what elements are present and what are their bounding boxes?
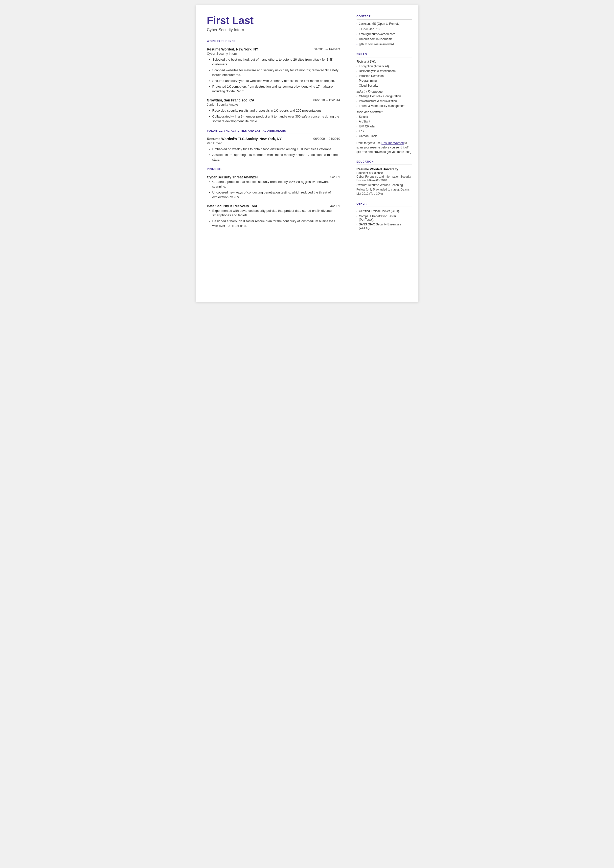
skill-item: IPS (357, 129, 412, 134)
volunteer-role-1: Van Driver (207, 141, 340, 145)
bullet-item: Experimented with advanced security poli… (212, 209, 340, 218)
project-name-1: Cyber Security Threat Analyzer (207, 175, 258, 179)
bullet-item: Protected 1K computers from destruction … (212, 84, 340, 94)
job-block-1: Resume Worded, New York, NY 01/2015 – Pr… (207, 47, 340, 94)
skill-item: Programming (357, 79, 412, 83)
projects-heading: PROJECTS (207, 168, 340, 172)
project-bullets-2: Experimented with advanced security poli… (212, 209, 340, 228)
project-date-2: 04/2009 (329, 204, 340, 208)
skill-item: Threat & Vulnerability Management (357, 104, 412, 109)
project-header-2: Data Security & Recovery Tool 04/2009 (207, 204, 340, 208)
bullet-item: Created a protocol that reduces security… (212, 180, 340, 189)
skill-item: Splunk (357, 115, 412, 119)
projects-section: PROJECTS Cyber Security Threat Analyzer … (207, 168, 340, 228)
project-block-1: Cyber Security Threat Analyzer 05/2009 C… (207, 175, 340, 199)
edu-block: Resume Worded University Bachelor of Sci… (357, 167, 412, 196)
volunteering-heading: VOLUNTEERING ACTIVITIES AND EXTRACURRICU… (207, 129, 340, 134)
project-header-1: Cyber Security Threat Analyzer 05/2009 (207, 175, 340, 179)
education-section: EDUCATION Resume Worded University Bache… (357, 160, 412, 196)
skills-section: SKILLS Technical Skill: Encryption (Adva… (357, 53, 412, 154)
other-heading: OTHER (357, 202, 412, 207)
contact-section: CONTACT Jackson, MS (Open to Remote) +1-… (357, 15, 412, 47)
other-section: OTHER Certified Ethical Hacker (CEH). Co… (357, 202, 412, 230)
contact-item-location: Jackson, MS (Open to Remote) (357, 22, 412, 26)
skill-item: Intrusion Detection (357, 74, 412, 78)
job-company-1: Resume Worded, New York, NY (207, 47, 258, 51)
job-block-2: Growthsi, San Francisco, CA 06/2010 – 12… (207, 98, 340, 124)
candidate-name: First Last (207, 15, 340, 26)
work-experience-section: WORK EXPERIENCE Resume Worded, New York,… (207, 40, 340, 123)
bullet-item: Designed a thorough disaster rescue plan… (212, 219, 340, 228)
bullet-item: Selected the best method, out of many ot… (212, 57, 340, 67)
project-date-1: 05/2009 (329, 175, 340, 179)
edu-location-date: Boston, MA — 05/2010 (357, 179, 412, 182)
bullet-item: Embarked on weekly trips to obtain food … (212, 147, 340, 152)
bullet-item: Assisted in transporting 945 members wit… (212, 153, 340, 162)
project-name-2: Data Security & Recovery Tool (207, 204, 257, 208)
job-company-2: Growthsi, San Francisco, CA (207, 98, 254, 102)
skill-item: Change Control & Configuration (357, 95, 412, 99)
other-item: SANS GIAC Security Essentials (GSEC). (357, 223, 412, 230)
skill-item: Cloud Security (357, 84, 412, 88)
candidate-title: Cyber Security Intern (207, 28, 340, 32)
bullet-item: Scanned websites for malware and securit… (212, 68, 340, 78)
job-header-1: Resume Worded, New York, NY 01/2015 – Pr… (207, 47, 340, 51)
left-column: First Last Cyber Security Intern WORK EX… (196, 5, 349, 302)
skill-item: IBM QRadar (357, 125, 412, 129)
bullet-item: Uncovered new ways of conducting penetra… (212, 190, 340, 200)
education-heading: EDUCATION (357, 160, 412, 165)
industry-skill-label: Industry Knowledge: (357, 90, 412, 93)
contact-item-phone: +1-234-456-789 (357, 27, 412, 31)
job-date-2: 06/2010 – 12/2014 (313, 98, 340, 102)
volunteer-header-1: Resume Worded's TLC Society, New York, N… (207, 137, 340, 141)
job-bullets-1: Selected the best method, out of many ot… (212, 57, 340, 94)
job-role-2: Junior Security Analyst (207, 103, 340, 106)
edu-degree: Bachelor of Science (357, 171, 412, 175)
skill-item: ArcSight (357, 120, 412, 124)
project-bullets-1: Created a protocol that reduces security… (212, 180, 340, 199)
promo-link[interactable]: Resume Worded (381, 141, 404, 145)
job-role-1: Cyber Security Intern (207, 52, 340, 56)
skill-item: Encryption (Advanced) (357, 65, 412, 69)
promo-before: Don't forget to use (357, 141, 381, 145)
job-header-2: Growthsi, San Francisco, CA 06/2010 – 12… (207, 98, 340, 102)
tools-skill-label: Tools and Software: (357, 110, 412, 114)
contact-heading: CONTACT (357, 15, 412, 20)
right-column: CONTACT Jackson, MS (Open to Remote) +1-… (349, 5, 419, 302)
contact-item-github: github.com/resumeworded (357, 43, 412, 47)
work-experience-heading: WORK EXPERIENCE (207, 40, 340, 44)
job-bullets-2: Recorded security results and proposals … (212, 109, 340, 124)
volunteer-bullets-1: Embarked on weekly trips to obtain food … (212, 147, 340, 162)
contact-item-linkedin: linkedin.com/in/username (357, 37, 412, 42)
technical-skill-label: Technical Skill: (357, 60, 412, 63)
edu-field: Cyber Forensics and Information Security (357, 175, 412, 179)
job-date-1: 01/2015 – Present (314, 47, 340, 51)
other-item: Certified Ethical Hacker (CEH). (357, 209, 412, 214)
bullet-item: Collaborated with a 9-member product uni… (212, 114, 340, 124)
volunteer-block-1: Resume Worded's TLC Society, New York, N… (207, 137, 340, 162)
bullet-item: Recorded security results and proposals … (212, 109, 340, 113)
skill-item: Risk Analysis (Experienced) (357, 69, 412, 73)
bullet-item: Secured and surveyed 18 websites with 0 … (212, 79, 340, 83)
edu-awards: Awards: Resume Worded Teaching Fellow (o… (357, 183, 412, 196)
skill-item: Carbon Black (357, 134, 412, 138)
other-item: CompTIA Penetration Tester (PenTest+). (357, 214, 412, 222)
contact-item-email: email@resumeworded.com (357, 33, 412, 37)
edu-school: Resume Worded University (357, 167, 412, 171)
volunteering-section: VOLUNTEERING ACTIVITIES AND EXTRACURRICU… (207, 129, 340, 162)
volunteer-company-1: Resume Worded's TLC Society, New York, N… (207, 137, 282, 141)
promo-text: Don't forget to use Resume Worded to sca… (357, 141, 412, 154)
volunteer-date-1: 06/2009 – 04/2010 (313, 137, 340, 141)
project-block-2: Data Security & Recovery Tool 04/2009 Ex… (207, 204, 340, 228)
skills-heading: SKILLS (357, 53, 412, 57)
skill-item: Infrastructure & Virtualization (357, 99, 412, 104)
resume-page: First Last Cyber Security Intern WORK EX… (196, 5, 419, 302)
